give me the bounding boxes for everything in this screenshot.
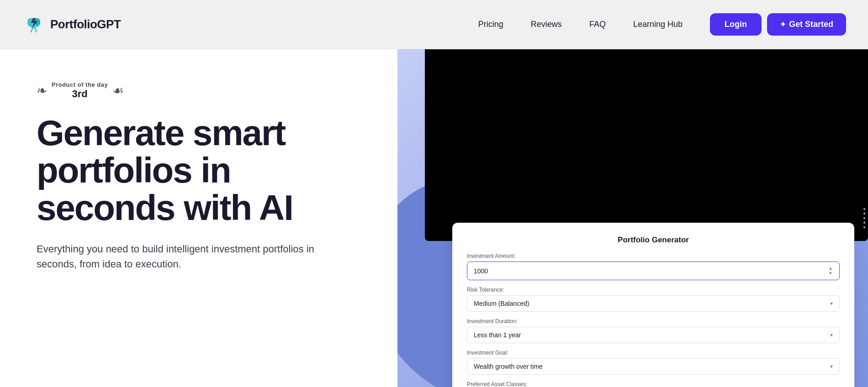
risk-tolerance-value: Medium (Balanced) — [474, 300, 529, 307]
hero-section: ❧ Product of the day 3rd ☙ Generate smar… — [0, 49, 868, 387]
investment-duration-label: Investment Duration: — [467, 318, 840, 324]
hero-right: Portfolio Generator Investment Amount: 1… — [397, 49, 868, 387]
scroll-dots — [863, 208, 865, 228]
scroll-dot — [863, 226, 865, 228]
scroll-dot — [863, 217, 865, 219]
investment-goal-field: Investment Goal: Wealth growth over time… — [467, 350, 840, 375]
spinner-up-icon[interactable]: ▲ — [828, 266, 833, 271]
preferred-asset-field: Preferred Asset Classes: — [467, 381, 840, 387]
nav-pricing[interactable]: Pricing — [478, 20, 503, 29]
scroll-dot — [863, 222, 865, 224]
portfolio-generator-card: Portfolio Generator Investment Amount: 1… — [452, 223, 854, 387]
nav-learning-hub[interactable]: Learning Hub — [633, 20, 683, 29]
logo-area: PortfolioGPT — [22, 13, 121, 37]
investment-goal-value: Wealth growth over time — [474, 363, 543, 370]
login-button[interactable]: Login — [710, 13, 762, 36]
hero-subtitle: Everything you need to build intelligent… — [37, 241, 320, 272]
risk-tolerance-label: Risk Tolerance: — [467, 287, 840, 293]
investment-amount-input[interactable]: 1000 ▲ ▼ — [467, 261, 840, 280]
spinner-controls: ▲ ▼ — [828, 266, 833, 276]
investment-amount-value: 1000 — [474, 267, 488, 275]
investment-duration-select[interactable]: Less than 1 year ▾ — [467, 327, 840, 343]
nav-buttons: Login ✦ Get Started — [710, 13, 846, 36]
scroll-dot — [863, 213, 865, 214]
risk-tolerance-select[interactable]: Medium (Balanced) ▾ — [467, 295, 840, 312]
investment-amount-label: Investment Amount: — [467, 253, 840, 259]
investment-goal-select[interactable]: Wealth growth over time ▾ — [467, 358, 840, 375]
card-title: Portfolio Generator — [467, 235, 840, 245]
chevron-down-icon: ▾ — [830, 332, 833, 338]
investment-duration-value: Less than 1 year — [474, 331, 521, 339]
laurel-right-icon: ☙ — [112, 83, 124, 98]
investment-goal-label: Investment Goal: — [467, 350, 840, 356]
badge-text: Product of the day 3rd — [52, 81, 108, 100]
sparkle-icon: ✦ — [780, 20, 786, 29]
navbar: PortfolioGPT Pricing Reviews FAQ Learnin… — [0, 0, 868, 49]
hero-left: ❧ Product of the day 3rd ☙ Generate smar… — [0, 49, 397, 387]
investment-amount-field: Investment Amount: 1000 ▲ ▼ — [467, 253, 840, 280]
badge-label: Product of the day — [52, 81, 108, 88]
get-started-label: Get Started — [789, 20, 833, 29]
nav-reviews[interactable]: Reviews — [531, 20, 562, 29]
product-badge: ❧ Product of the day 3rd ☙ — [37, 81, 370, 100]
nav-faq[interactable]: FAQ — [589, 20, 606, 29]
investment-duration-field: Investment Duration: Less than 1 year ▾ — [467, 318, 840, 343]
chevron-down-icon: ▾ — [830, 300, 833, 307]
risk-tolerance-field: Risk Tolerance: Medium (Balanced) ▾ — [467, 287, 840, 312]
badge-rank: 3rd — [72, 88, 87, 100]
get-started-button[interactable]: ✦ Get Started — [767, 13, 846, 36]
preferred-asset-label: Preferred Asset Classes: — [467, 381, 840, 387]
chevron-down-icon: ▾ — [830, 363, 833, 370]
logo-text: PortfolioGPT — [50, 17, 121, 31]
laurel-left-icon: ❧ — [37, 83, 47, 98]
nav-links: Pricing Reviews FAQ Learning Hub — [478, 20, 683, 29]
scroll-dot — [863, 208, 865, 210]
laptop-mockup — [425, 49, 868, 241]
hero-title: Generate smart portfolios in seconds wit… — [37, 115, 370, 227]
spinner-down-icon[interactable]: ▼ — [828, 271, 833, 276]
logo-icon — [22, 13, 46, 37]
